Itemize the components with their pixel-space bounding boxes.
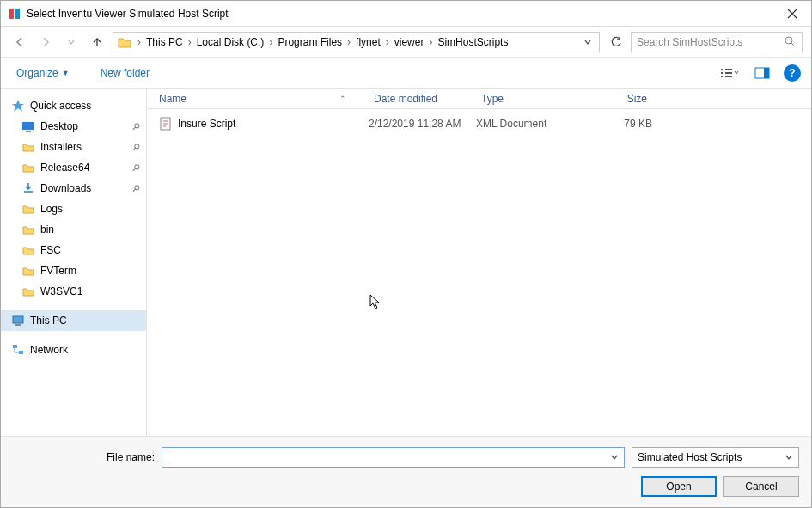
main-area: Quick access Desktop⚲Installers⚲Release6…	[1, 89, 811, 436]
network-icon	[11, 343, 25, 357]
sidebar-item-release64[interactable]: Release64⚲	[1, 157, 146, 178]
chevron-right-icon[interactable]: ›	[427, 36, 434, 48]
sidebar-item-label: W3SVC1	[40, 285, 82, 297]
new-folder-button[interactable]: New folder	[95, 64, 155, 83]
address-dropdown[interactable]	[580, 38, 595, 46]
dropdown-caret-icon	[785, 453, 793, 462]
sidebar-item-label: Release64	[40, 162, 89, 174]
up-button[interactable]	[87, 32, 107, 52]
folder-icon	[21, 243, 35, 257]
file-row[interactable]: Insure Script2/12/2019 11:28 AMXML Docum…	[154, 114, 804, 133]
star-icon	[11, 99, 25, 113]
svg-rect-8	[725, 76, 732, 77]
caret-down-icon: ▼	[62, 69, 70, 77]
pc-icon	[11, 314, 25, 327]
organize-label: Organize	[16, 67, 58, 79]
downloads-icon	[21, 181, 35, 195]
svg-rect-13	[13, 316, 23, 323]
view-options-button[interactable]	[715, 63, 744, 83]
folder-icon	[21, 223, 35, 236]
sidebar-item-label: Installers	[40, 141, 82, 153]
svg-rect-0	[9, 9, 14, 19]
crumb-0[interactable]: This PC	[143, 36, 186, 48]
sidebar-item-label: Downloads	[40, 182, 91, 194]
file-list: Name ⌃ Date modified Type Size Insure Sc…	[147, 89, 811, 436]
sidebar-item-logs[interactable]: Logs	[1, 199, 146, 219]
network-label: Network	[30, 344, 68, 356]
pin-icon: ⚲	[130, 141, 143, 154]
dropdown-caret-icon[interactable]	[610, 453, 619, 462]
svg-rect-1	[15, 9, 20, 19]
chevron-right-icon[interactable]: ›	[345, 36, 352, 48]
crumb-2[interactable]: Program Files	[274, 36, 345, 48]
sidebar-quick-access[interactable]: Quick access	[1, 95, 146, 116]
this-pc-label: This PC	[30, 315, 67, 327]
col-size[interactable]: Size	[583, 93, 652, 105]
file-type-filter[interactable]: Simulated Host Scripts	[632, 447, 799, 468]
svg-point-2	[785, 37, 792, 44]
sidebar-item-label: Desktop	[40, 120, 78, 132]
crumb-3[interactable]: flynet	[352, 36, 384, 48]
file-type: XML Document	[476, 118, 583, 130]
crumb-4[interactable]: viewer	[391, 36, 428, 48]
back-button[interactable]	[9, 32, 30, 52]
svg-rect-3	[721, 69, 723, 70]
xml-file-icon	[159, 117, 173, 131]
preview-pane-button[interactable]	[748, 63, 777, 83]
sidebar-network[interactable]: Network	[1, 340, 146, 360]
search-input[interactable]: Search SimHostScripts	[631, 32, 803, 52]
file-name-label: File name:	[13, 451, 155, 463]
sidebar-this-pc[interactable]: This PC	[1, 310, 146, 331]
cancel-button[interactable]: Cancel	[723, 476, 799, 497]
title-bar: Select Inventu Viewer Simulated Host Scr…	[1, 1, 811, 27]
sidebar-item-desktop[interactable]: Desktop⚲	[1, 116, 146, 137]
file-name-input[interactable]	[162, 447, 625, 468]
breadcrumb[interactable]: › This PC › Local Disk (C:) › Program Fi…	[113, 32, 600, 52]
quick-access-label: Quick access	[30, 100, 91, 112]
file-name: Insure Script	[178, 118, 235, 130]
open-button[interactable]: Open	[641, 476, 717, 497]
text-cursor	[168, 451, 168, 463]
folder-icon	[21, 285, 35, 298]
col-type[interactable]: Type	[476, 93, 583, 105]
svg-rect-11	[22, 122, 34, 130]
column-headers[interactable]: Name ⌃ Date modified Type Size	[147, 89, 811, 109]
nav-sidebar: Quick access Desktop⚲Installers⚲Release6…	[1, 89, 147, 436]
sidebar-item-w3svc1[interactable]: W3SVC1	[1, 281, 146, 302]
chevron-right-icon[interactable]: ›	[136, 36, 143, 48]
footer: File name: Simulated Host Scripts Open C…	[1, 436, 811, 507]
refresh-button[interactable]	[605, 32, 626, 52]
sidebar-item-label: Logs	[40, 203, 63, 215]
sidebar-item-label: FVTerm	[40, 265, 76, 277]
crumb-5[interactable]: SimHostScripts	[434, 36, 511, 48]
folder-icon	[21, 140, 35, 154]
filter-label: Simulated Host Scripts	[638, 451, 742, 463]
crumb-1[interactable]: Local Disk (C:)	[193, 36, 268, 48]
sidebar-item-fsc[interactable]: FSC	[1, 240, 146, 260]
search-placeholder: Search SimHostScripts	[637, 36, 785, 48]
file-date: 2/12/2019 11:28 AM	[369, 118, 476, 130]
sidebar-item-installers[interactable]: Installers⚲	[1, 137, 146, 157]
chevron-right-icon[interactable]: ›	[186, 36, 193, 48]
sidebar-item-fvterm[interactable]: FVTerm	[1, 260, 146, 281]
organize-button[interactable]: Organize ▼	[11, 64, 75, 83]
recent-dropdown[interactable]	[61, 32, 82, 52]
close-button[interactable]	[772, 1, 811, 27]
window-title: Select Inventu Viewer Simulated Host Scr…	[27, 8, 772, 20]
file-size: 79 KB	[583, 118, 652, 130]
sidebar-item-downloads[interactable]: Downloads⚲	[1, 178, 146, 199]
search-icon	[785, 36, 797, 47]
pin-icon: ⚲	[130, 162, 143, 174]
sidebar-item-bin[interactable]: bin	[1, 219, 146, 240]
col-date[interactable]: Date modified	[369, 93, 476, 105]
svg-rect-4	[721, 72, 723, 74]
app-icon	[8, 7, 21, 21]
svg-rect-15	[13, 345, 17, 348]
help-button[interactable]: ?	[784, 64, 801, 82]
forward-button[interactable]	[35, 32, 56, 52]
chevron-right-icon[interactable]: ›	[267, 36, 274, 48]
pin-icon: ⚲	[130, 182, 143, 195]
col-name[interactable]: Name ⌃	[154, 93, 369, 105]
svg-rect-16	[19, 351, 23, 354]
chevron-right-icon[interactable]: ›	[384, 36, 391, 48]
